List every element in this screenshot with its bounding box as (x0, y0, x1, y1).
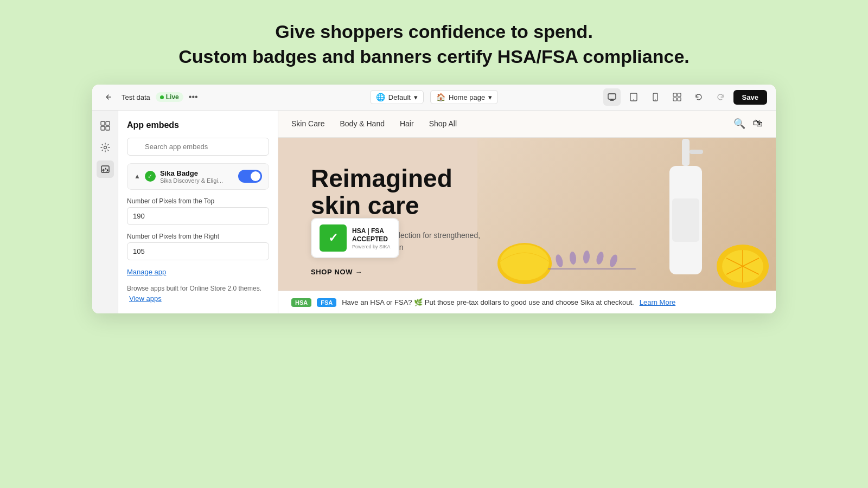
search-input[interactable] (127, 138, 269, 156)
svg-point-27 (554, 254, 564, 268)
settings-panel: App embeds 🔍 ▲ ✓ Sika Badge Sika Discove… (118, 111, 278, 314)
live-dot (160, 95, 164, 99)
product-illustration (477, 138, 776, 291)
sika-checkmark: ✓ (145, 171, 156, 182)
hsa-checkmark: ✓ (328, 231, 338, 245)
banner-message: Have an HSA or FSA? 🌿 Put those pre-tax … (342, 298, 634, 306)
browser-toolbar: Test data Live ••• 🌐 Default ▾ 🏠 Home pa… (92, 85, 776, 111)
pixels-top-field: Number of Pixels from the Top (127, 197, 269, 225)
default-dropdown[interactable]: 🌐 Default ▾ (370, 90, 424, 104)
browse-text: Browse apps built for Online Store 2.0 t… (127, 284, 269, 304)
hero-title: Reimagined skin care (311, 165, 495, 220)
svg-point-13 (104, 146, 106, 149)
hsa-text-block: HSA | FSA ACCEPTED Powered by SIKA (352, 227, 391, 249)
home-icon: 🏠 (436, 93, 445, 101)
svg-rect-10 (106, 121, 110, 125)
preview-pane: Skin Care Body & Hand Hair Shop All 🔍 🛍 … (278, 111, 776, 314)
preview-nav: Skin Care Body & Hand Hair Shop All 🔍 🛍 (278, 111, 776, 138)
hsa-powered-text: Powered by SIKA (352, 244, 391, 249)
svg-rect-15 (682, 139, 690, 166)
headline-line2: Custom badges and banners certify HSA/FS… (178, 46, 690, 67)
svg-rect-9 (101, 121, 105, 125)
svg-rect-12 (106, 126, 110, 130)
manage-app-link[interactable]: Manage app (127, 268, 269, 276)
svg-rect-6 (678, 93, 681, 97)
back-button[interactable] (101, 89, 116, 105)
hsa-logo: ✓ (320, 224, 347, 252)
svg-point-31 (608, 254, 618, 268)
panel-title: App embeds (127, 120, 269, 130)
pixels-right-field: Number of Pixels from the Right (127, 233, 269, 260)
test-data-label: Test data (122, 93, 150, 101)
svg-rect-5 (673, 93, 676, 97)
live-badge: Live (156, 92, 183, 102)
icon-sidebar (92, 111, 118, 314)
sika-badge-row: ▲ ✓ Sika Badge Sika Discovery & Eligi... (127, 163, 269, 190)
chevron-down-icon: ▾ (414, 93, 418, 101)
nav-body-hand[interactable]: Body & Hand (340, 119, 385, 128)
preview-nav-icons: 🔍 🛍 (733, 118, 763, 130)
save-button[interactable]: Save (733, 90, 767, 105)
svg-point-30 (595, 251, 605, 265)
pixels-right-label: Number of Pixels from the Right (127, 233, 269, 240)
shop-now-button[interactable]: SHOP NOW → (311, 268, 362, 276)
headline-area: Give shoppers confidence to spend. Custo… (178, 0, 690, 85)
toolbar-left: Test data Live ••• (101, 89, 318, 105)
svg-point-29 (583, 251, 590, 264)
preview-nav-links: Skin Care Body & Hand Hair Shop All (291, 119, 457, 128)
sika-badge-toggle[interactable] (238, 170, 262, 183)
nav-skin-care[interactable]: Skin Care (291, 119, 324, 128)
toggle-knob (251, 171, 260, 181)
globe-icon: 🌐 (376, 93, 385, 101)
sika-badge-info: Sika Badge Sika Discovery & Eligi... (160, 169, 234, 184)
view-apps-link[interactable]: View apps (129, 293, 162, 304)
pixels-right-input[interactable] (127, 242, 269, 260)
tablet-view-button[interactable] (625, 88, 642, 106)
undo-button[interactable] (690, 88, 707, 106)
bottom-banner: HSA FSA Have an HSA or FSA? 🌿 Put those … (278, 291, 776, 313)
toolbar-center: 🌐 Default ▾ 🏠 Home page ▾ (325, 90, 542, 104)
browser-body: App embeds 🔍 ▲ ✓ Sika Badge Sika Discove… (92, 111, 776, 314)
desktop-view-button[interactable] (603, 88, 621, 106)
svg-rect-0 (608, 94, 616, 99)
nav-shop-all[interactable]: Shop All (429, 119, 457, 128)
svg-point-4 (655, 100, 655, 100)
svg-rect-8 (678, 98, 681, 101)
mobile-view-button[interactable] (647, 88, 664, 106)
redo-button[interactable] (712, 88, 729, 106)
sika-badge-subtitle: Sika Discovery & Eligi... (160, 177, 234, 184)
cart-nav-icon[interactable]: 🛍 (753, 118, 763, 130)
svg-rect-18 (672, 198, 699, 242)
svg-rect-16 (690, 150, 703, 154)
lemon-right (716, 242, 770, 291)
fsa-tag: FSA (317, 298, 336, 307)
search-wrapper: 🔍 (127, 138, 269, 156)
lavender-decoration (543, 242, 641, 274)
chevron-down-icon: ▾ (488, 93, 492, 101)
embed-button[interactable] (97, 160, 114, 178)
grid-view-button[interactable] (668, 88, 686, 106)
more-options-button[interactable]: ••• (189, 92, 198, 102)
learn-more-link[interactable]: Learn More (640, 298, 675, 306)
svg-rect-11 (101, 126, 105, 130)
svg-rect-7 (673, 98, 676, 101)
pixels-top-label: Number of Pixels from the Top (127, 197, 269, 205)
search-nav-icon[interactable]: 🔍 (733, 118, 745, 130)
collapse-button[interactable]: ▲ (134, 172, 141, 180)
preview-hero: Reimagined skin care Shop the new summer… (278, 138, 776, 291)
pixels-top-input[interactable] (127, 207, 269, 225)
sika-badge-name: Sika Badge (160, 169, 234, 177)
svg-point-2 (633, 99, 634, 100)
headline-line1: Give shoppers confidence to spend. (275, 21, 593, 42)
gear-button[interactable] (97, 139, 114, 156)
svg-point-28 (569, 252, 577, 265)
hero-image-area (477, 138, 776, 291)
hsa-fsa-badge: ✓ HSA | FSA ACCEPTED Powered by SIKA (311, 218, 399, 258)
toolbar-right: Save (550, 88, 767, 106)
hsa-tag: HSA (291, 298, 311, 307)
svg-point-20 (500, 245, 549, 280)
layout-button[interactable] (97, 117, 114, 134)
nav-hair[interactable]: Hair (400, 119, 414, 128)
homepage-dropdown[interactable]: 🏠 Home page ▾ (430, 90, 498, 104)
browser-window: Test data Live ••• 🌐 Default ▾ 🏠 Home pa… (92, 85, 776, 314)
